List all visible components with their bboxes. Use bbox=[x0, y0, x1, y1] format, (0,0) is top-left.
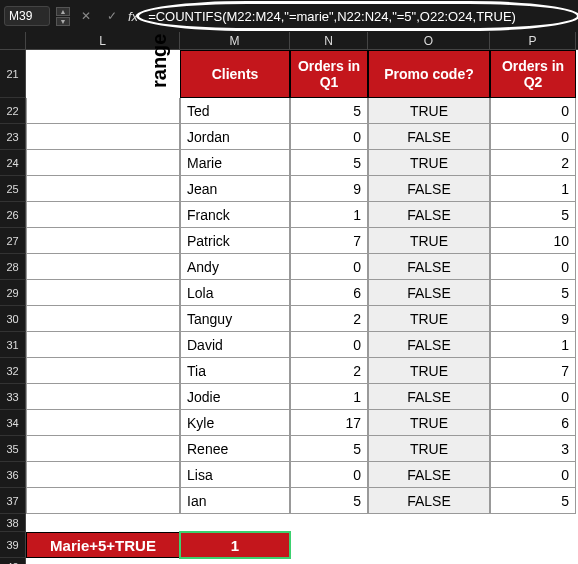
cell[interactable] bbox=[368, 532, 490, 558]
row-header[interactable]: 34 bbox=[0, 410, 26, 436]
cell-q2[interactable]: 1 bbox=[490, 332, 576, 358]
cell-client[interactable]: Tia bbox=[180, 358, 290, 384]
cell[interactable] bbox=[26, 280, 180, 306]
cell[interactable] bbox=[26, 98, 180, 124]
cell[interactable] bbox=[290, 532, 368, 558]
cell-q2[interactable]: 6 bbox=[490, 410, 576, 436]
row-header[interactable]: 36 bbox=[0, 462, 26, 488]
cell[interactable] bbox=[490, 558, 576, 564]
row-header[interactable]: 22 bbox=[0, 98, 26, 124]
cell[interactable] bbox=[26, 50, 180, 98]
cell[interactable] bbox=[290, 558, 368, 564]
cell-client[interactable]: Jordan bbox=[180, 124, 290, 150]
cell-q1[interactable]: 1 bbox=[290, 202, 368, 228]
confirm-icon[interactable]: ✓ bbox=[102, 6, 122, 26]
cell-q1[interactable]: 0 bbox=[290, 124, 368, 150]
cell-q1[interactable]: 9 bbox=[290, 176, 368, 202]
cell-promo[interactable]: FALSE bbox=[368, 384, 490, 410]
row-header[interactable]: 32 bbox=[0, 358, 26, 384]
cell-promo[interactable]: FALSE bbox=[368, 280, 490, 306]
cell-promo[interactable]: FALSE bbox=[368, 202, 490, 228]
cell-client[interactable]: David bbox=[180, 332, 290, 358]
cell-client[interactable]: Ian bbox=[180, 488, 290, 514]
col-header-N[interactable]: N bbox=[290, 32, 368, 49]
row-header[interactable]: 31 bbox=[0, 332, 26, 358]
cell-reference-box[interactable]: M39 bbox=[4, 6, 50, 26]
row-header[interactable]: 33 bbox=[0, 384, 26, 410]
cell-q1[interactable]: 7 bbox=[290, 228, 368, 254]
cell[interactable] bbox=[26, 488, 180, 514]
cell-promo[interactable]: FALSE bbox=[368, 462, 490, 488]
row-header[interactable]: 23 bbox=[0, 124, 26, 150]
cell-q2[interactable]: 9 bbox=[490, 306, 576, 332]
cell-client[interactable]: Lisa bbox=[180, 462, 290, 488]
formula-input[interactable]: =COUNTIFS(M22:M24,"=marie",N22:N24,"=5",… bbox=[144, 9, 516, 24]
cell[interactable] bbox=[368, 558, 490, 564]
cell-q2[interactable]: 0 bbox=[490, 254, 576, 280]
cell-client[interactable]: Ted bbox=[180, 98, 290, 124]
cell[interactable] bbox=[26, 124, 180, 150]
cell[interactable] bbox=[26, 254, 180, 280]
cell-promo[interactable]: FALSE bbox=[368, 488, 490, 514]
result-label[interactable]: Marie+5+TRUE bbox=[26, 532, 180, 558]
cell[interactable] bbox=[26, 436, 180, 462]
cell[interactable] bbox=[26, 384, 180, 410]
cell[interactable] bbox=[290, 514, 368, 532]
cell-promo[interactable]: FALSE bbox=[368, 124, 490, 150]
cell[interactable] bbox=[26, 202, 180, 228]
cell-client[interactable]: Jean bbox=[180, 176, 290, 202]
cell-promo[interactable]: TRUE bbox=[368, 228, 490, 254]
cell-promo[interactable]: FALSE bbox=[368, 254, 490, 280]
table-header-q2[interactable]: Orders in Q2 bbox=[490, 50, 576, 98]
cell-client[interactable]: Marie bbox=[180, 150, 290, 176]
cell[interactable] bbox=[26, 332, 180, 358]
table-header-q1[interactable]: Orders in Q1 bbox=[290, 50, 368, 98]
cell-client[interactable]: Andy bbox=[180, 254, 290, 280]
row-header[interactable]: 37 bbox=[0, 488, 26, 514]
cell-q2[interactable]: 3 bbox=[490, 436, 576, 462]
row-header[interactable]: 39 bbox=[0, 532, 26, 558]
cell-q1[interactable]: 0 bbox=[290, 462, 368, 488]
col-header-M[interactable]: M bbox=[180, 32, 290, 49]
cell-q2[interactable]: 0 bbox=[490, 384, 576, 410]
cell[interactable] bbox=[26, 306, 180, 332]
cell-q2[interactable]: 2 bbox=[490, 150, 576, 176]
cell-q1[interactable]: 5 bbox=[290, 436, 368, 462]
cell-promo[interactable]: TRUE bbox=[368, 436, 490, 462]
cell-client[interactable]: Franck bbox=[180, 202, 290, 228]
row-header[interactable]: 21 bbox=[0, 50, 26, 98]
cell-promo[interactable]: FALSE bbox=[368, 176, 490, 202]
row-header[interactable]: 27 bbox=[0, 228, 26, 254]
table-header-clients[interactable]: Clients bbox=[180, 50, 290, 98]
cell-q2[interactable]: 7 bbox=[490, 358, 576, 384]
cell[interactable] bbox=[368, 514, 490, 532]
cell[interactable] bbox=[180, 558, 290, 564]
row-header[interactable]: 40 bbox=[0, 558, 26, 564]
chevron-down-icon[interactable]: ▼ bbox=[56, 17, 70, 26]
cell-q2[interactable]: 0 bbox=[490, 98, 576, 124]
cell-q1[interactable]: 0 bbox=[290, 254, 368, 280]
cell[interactable] bbox=[26, 176, 180, 202]
cell-promo[interactable]: TRUE bbox=[368, 410, 490, 436]
cell[interactable] bbox=[26, 228, 180, 254]
row-header[interactable]: 29 bbox=[0, 280, 26, 306]
cell-client[interactable]: Patrick bbox=[180, 228, 290, 254]
row-header[interactable]: 25 bbox=[0, 176, 26, 202]
chevron-up-icon[interactable]: ▲ bbox=[56, 7, 70, 16]
cell-q1[interactable]: 5 bbox=[290, 488, 368, 514]
cell[interactable] bbox=[26, 514, 180, 532]
cell-q2[interactable]: 0 bbox=[490, 124, 576, 150]
cell-q1[interactable]: 5 bbox=[290, 150, 368, 176]
cell-q1[interactable]: 2 bbox=[290, 358, 368, 384]
cell-q2[interactable]: 5 bbox=[490, 202, 576, 228]
cell-q1[interactable]: 17 bbox=[290, 410, 368, 436]
cell-promo[interactable]: TRUE bbox=[368, 358, 490, 384]
row-header[interactable]: 30 bbox=[0, 306, 26, 332]
cell[interactable] bbox=[26, 150, 180, 176]
cell-client[interactable]: Renee bbox=[180, 436, 290, 462]
cell-stepper[interactable]: ▲ ▼ bbox=[56, 7, 70, 26]
cell-q2[interactable]: 0 bbox=[490, 462, 576, 488]
cell-promo[interactable]: TRUE bbox=[368, 306, 490, 332]
cell-q1[interactable]: 2 bbox=[290, 306, 368, 332]
cell[interactable] bbox=[26, 558, 180, 564]
